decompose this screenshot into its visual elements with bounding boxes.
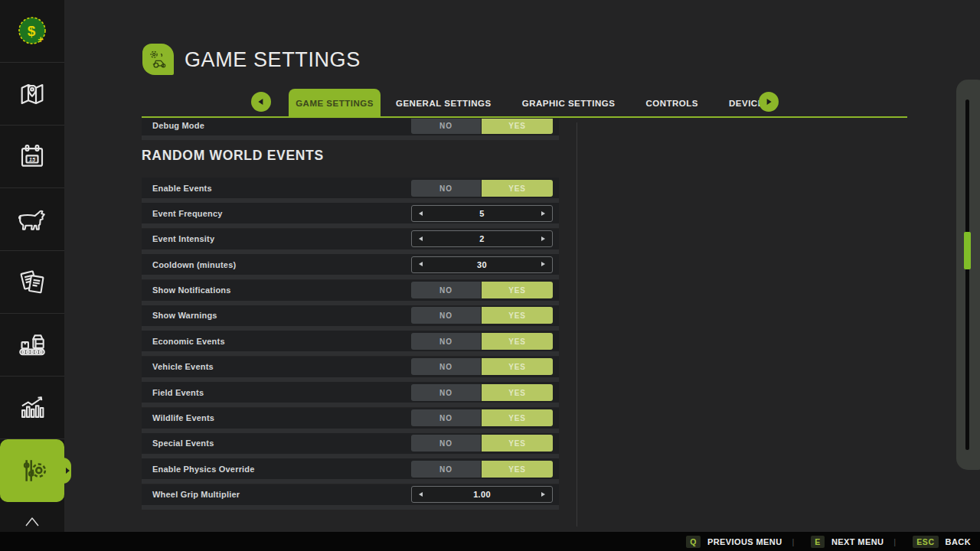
setting-label: Cooldown (minutes) [152, 260, 236, 269]
sidebar-item-game-settings[interactable] [0, 439, 64, 502]
animals-icon [16, 204, 48, 236]
settings-row[interactable]: Cooldown (minutes) 30 [142, 254, 559, 275]
statistics-icon [16, 392, 48, 424]
toggle-yes-button[interactable]: YES [482, 282, 553, 298]
toggle: NO YES [411, 384, 553, 401]
stepper-increment-button[interactable] [541, 236, 545, 241]
toggle-yes-button[interactable]: YES [482, 409, 553, 426]
tractor-gear-icon [145, 46, 172, 73]
stepper: 5 [411, 205, 553, 222]
footer-keybar: Q PREVIOUS MENU E NEXT MENU ESC BACK [0, 532, 980, 551]
toggle-no-button[interactable]: NO [411, 282, 481, 298]
toggle: NO YES [411, 180, 553, 197]
contracts-icon [16, 266, 48, 298]
toggle: NO YES [411, 435, 553, 452]
settings-rows: Enable Events NO YES Event Frequency 5 E… [142, 178, 559, 505]
toggle-yes-button[interactable]: YES [482, 307, 553, 324]
sidebar-item-calendar[interactable]: 15 [0, 126, 64, 188]
setting-label: Event Frequency [152, 209, 223, 218]
key-hint-esc[interactable]: ESC BACK [884, 536, 971, 548]
scrollbar-thumb[interactable] [964, 232, 971, 269]
toggle-no-button[interactable]: NO [411, 333, 481, 350]
settings-row[interactable]: Wheel Grip Multiplier 1.00 [142, 484, 559, 505]
scrollbar [956, 80, 980, 470]
panel-divider [577, 122, 577, 527]
toggle-no-button[interactable]: NO [411, 409, 481, 426]
stepper-value: 30 [412, 257, 552, 273]
settings-row[interactable]: Wildlife Events NO YES [142, 408, 559, 429]
arrow-left-icon [258, 99, 263, 105]
setting-label: Special Events [152, 439, 214, 448]
settings-row[interactable]: Vehicle Events NO YES [142, 357, 559, 377]
toggle-no-button[interactable]: NO [411, 307, 481, 324]
toggle-yes-button[interactable]: YES [482, 461, 553, 478]
settings-row[interactable]: Debug Mode NO YES [142, 119, 559, 135]
settings-row[interactable]: Event Frequency 5 [142, 203, 559, 223]
toggle-yes-button[interactable]: YES [482, 358, 553, 375]
settings-row[interactable]: Enable Physics Override NO YES [142, 458, 559, 479]
toggle-no-button[interactable]: NO [411, 384, 481, 401]
toggle-no-button[interactable]: NO [411, 358, 481, 375]
toggle-yes-button[interactable]: YES [482, 333, 553, 350]
setting-label: Event Intensity [152, 234, 214, 243]
sidebar-item-production[interactable] [0, 314, 64, 377]
key-hint-label: PREVIOUS MENU [707, 537, 782, 546]
settings-panel: Debug Mode NO YES RANDOM WORLD EVENTS En… [142, 119, 559, 530]
sidebar-item-map[interactable] [0, 63, 64, 126]
toggle-no-button[interactable]: NO [411, 435, 481, 452]
tab-graphic-settings[interactable]: GRAPHIC SETTINGS [507, 89, 631, 118]
stepper: 30 [411, 256, 553, 273]
toggle-yes-button[interactable]: YES [482, 119, 553, 134]
setting-label: Enable Physics Override [152, 465, 255, 474]
stepper-increment-button[interactable] [541, 211, 545, 216]
sidebar-item-finances[interactable]: $ + [0, 0, 64, 63]
stepper-increment-button[interactable] [541, 492, 545, 497]
setting-label: Wheel Grip Multiplier [152, 490, 240, 499]
stepper-increment-button[interactable] [541, 262, 545, 266]
settings-row[interactable]: Special Events NO YES [142, 433, 559, 454]
page-icon [142, 44, 174, 75]
toggle-no-button[interactable]: NO [411, 461, 481, 478]
page-title: GAME SETTINGS [185, 48, 361, 72]
arrow-right-icon [767, 99, 772, 105]
scrollbar-track[interactable] [965, 99, 969, 450]
tabs-next-button[interactable] [759, 92, 779, 112]
svg-text:+: + [38, 34, 44, 45]
tab-general-settings[interactable]: GENERAL SETTINGS [381, 89, 507, 118]
sidebar-item-animals[interactable] [0, 188, 64, 251]
toggle-no-button[interactable]: NO [411, 119, 481, 134]
settings-row[interactable]: Show Warnings NO YES [142, 305, 559, 326]
svg-text:15: 15 [29, 156, 36, 163]
section-heading: RANDOM WORLD EVENTS [142, 148, 559, 164]
key-badge: Q [686, 536, 701, 548]
toggle: NO YES [411, 119, 553, 134]
toggle-yes-button[interactable]: YES [482, 180, 553, 197]
setting-label: Show Notifications [152, 285, 231, 295]
sidebar-item-statistics[interactable] [0, 377, 64, 439]
stepper: 2 [411, 230, 553, 247]
key-hint-e[interactable]: E NEXT MENU [782, 536, 884, 548]
settings-row[interactable]: Enable Events NO YES [142, 178, 559, 198]
tabs-previous-button[interactable] [251, 92, 271, 112]
sidebar: $ + 15 [0, 0, 64, 551]
settings-row[interactable]: Field Events NO YES [142, 382, 559, 403]
key-hint-q[interactable]: Q PREVIOUS MENU [686, 536, 782, 548]
toggle: NO YES [411, 461, 553, 478]
settings-row[interactable]: Event Intensity 2 [142, 229, 559, 249]
key-badge: E [811, 536, 825, 548]
tab-list: GAME SETTINGSGENERAL SETTINGSGRAPHIC SET… [289, 89, 786, 118]
toggle: NO YES [411, 282, 553, 298]
sidebar-item-contracts[interactable] [0, 251, 64, 314]
toggle: NO YES [411, 358, 553, 375]
production-icon [16, 329, 48, 361]
calendar-icon: 15 [17, 142, 47, 172]
settings-row[interactable]: Show Notifications NO YES [142, 280, 559, 301]
tab-controls[interactable]: CONTROLS [630, 89, 714, 118]
toggle-yes-button[interactable]: YES [482, 384, 553, 401]
settings-row[interactable]: Economic Events NO YES [142, 331, 559, 351]
tab-game-settings[interactable]: GAME SETTINGS [289, 89, 381, 118]
svg-text:$: $ [28, 23, 36, 39]
toggle-no-button[interactable]: NO [411, 180, 481, 197]
toggle-yes-button[interactable]: YES [482, 435, 553, 452]
setting-label: Show Warnings [152, 311, 217, 320]
